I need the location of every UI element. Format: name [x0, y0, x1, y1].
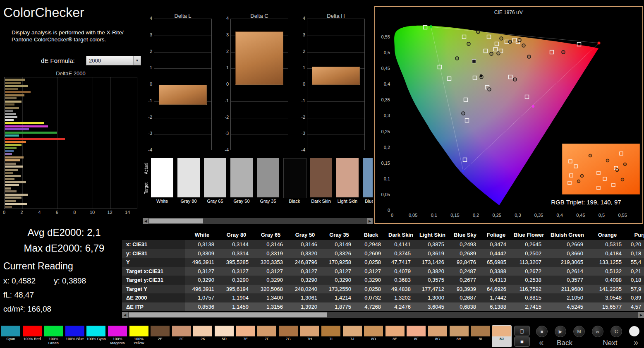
patch-button-cyan[interactable]: Cyan — [1, 325, 21, 347]
table-cell: 1,8775 — [322, 302, 356, 312]
patch-button-100-yellow[interactable]: 100% Yellow — [129, 325, 149, 347]
patch-swatch — [385, 326, 405, 336]
cie-y-tick: 0,35 — [376, 97, 390, 102]
table-cell: 0,3290 — [254, 276, 288, 285]
y-tick-label: 0 — [142, 82, 152, 86]
column-header: Foliage — [481, 230, 511, 240]
deltae-bar — [5, 94, 24, 96]
patch-button-100-magenta[interactable]: 100% Magenta — [108, 325, 127, 347]
cie-x-tick: 0,25 — [488, 213, 505, 218]
table-cell: 496,3911 — [185, 258, 219, 267]
table-cell: 0,20 — [627, 240, 644, 249]
meter-button[interactable]: M — [573, 326, 585, 337]
table-cell: 0,3127 — [219, 267, 254, 276]
patch-button-2f[interactable]: 2F — [172, 325, 192, 347]
table-cell: 0,0258 — [356, 258, 386, 267]
y-tick-label: -1 — [295, 98, 305, 103]
patch-button-7i[interactable]: 7I — [321, 325, 341, 347]
column-header: Orange — [588, 230, 627, 240]
table-cell: 0,3875 — [416, 240, 449, 249]
patch-button-7h[interactable]: 7H — [299, 325, 319, 347]
deltae-bar — [5, 119, 14, 121]
table-cell: 57,9 — [627, 285, 644, 294]
table-cell: 0,3577 — [546, 276, 588, 285]
patch-button-100-green[interactable]: 100% Green — [43, 325, 63, 347]
table-cell: 0,3290 — [219, 276, 254, 285]
x-tick-label: 4 — [35, 210, 44, 215]
y-tick-label: -4 — [295, 147, 305, 152]
patch-swatch — [450, 326, 469, 336]
back-button[interactable]: Back — [548, 339, 581, 347]
table-cell: 0,3290 — [322, 276, 356, 285]
actual-row-label: Actual — [143, 159, 149, 178]
patch-button-8i[interactable]: 8I — [470, 325, 490, 347]
patch-label: Gray 35 — [255, 199, 281, 204]
description: Display analysis is performed with the X… — [12, 29, 145, 43]
cie-y-tick: 0,2 — [376, 145, 390, 150]
patch-button-7f[interactable]: 7F — [257, 325, 277, 347]
patch-button-100-cyan[interactable]: 100% Cyan — [86, 325, 106, 347]
scroll-left-arrow[interactable]: ◀ — [122, 312, 128, 318]
patch-button-100-red[interactable]: 100% Red — [22, 325, 42, 347]
patch-button-8j[interactable]: 8J — [492, 325, 512, 347]
measured-marker-circle — [527, 55, 531, 58]
color-patch — [310, 158, 332, 197]
table-cell: 0,3127 — [322, 267, 356, 276]
continuous-read-button[interactable]: ∞ — [592, 326, 603, 337]
scroll-left-arrow[interactable]: ◀ — [143, 218, 148, 224]
patch-button-8d[interactable]: 8D — [364, 325, 383, 347]
pattern-window-button[interactable]: ▢ — [514, 326, 530, 336]
y-tick-label: -4 — [142, 147, 152, 152]
x-tick-label: 6 — [53, 210, 62, 215]
refresh-button[interactable]: C — [610, 326, 622, 337]
patch-button-2e[interactable]: 2E — [150, 325, 170, 347]
next-arrow-icon[interactable]: » — [634, 338, 638, 347]
patch-button-2k[interactable]: 2K — [193, 325, 213, 347]
de-formula-select[interactable]: 2000 ▼ — [86, 56, 141, 65]
scroll-right-arrow[interactable]: ▶ — [367, 218, 373, 224]
measured-marker-circle — [488, 88, 491, 91]
patch-button-7g[interactable]: 7G — [278, 325, 298, 347]
scroll-right-arrow[interactable]: ▶ — [638, 312, 644, 318]
back-arrow-icon[interactable]: « — [539, 338, 543, 347]
patch-button-8h[interactable]: 8H — [449, 325, 469, 347]
patch-button-7j[interactable]: 7J — [342, 325, 362, 347]
patch-button-100-blue[interactable]: 100% Blue — [65, 325, 85, 347]
table-cell: 0,5132 — [588, 267, 627, 276]
deltae-bar — [5, 194, 28, 196]
grid-line — [307, 85, 364, 85]
patch-button-8e[interactable]: 8E — [385, 325, 405, 347]
table-cell: 0,3575 — [416, 276, 449, 285]
deltae-bar — [5, 159, 20, 161]
deltae-bar — [5, 125, 48, 127]
table-cell: 0,3314 — [219, 249, 254, 258]
column-header: Gray 65 — [254, 230, 288, 240]
chevron-down-icon[interactable]: ▼ — [133, 56, 141, 65]
table-cell: 0,3309 — [185, 249, 219, 258]
patch-button-8f[interactable]: 8F — [406, 325, 426, 347]
deltae-bar — [5, 113, 16, 115]
scroll-thumb[interactable] — [129, 312, 327, 317]
swatch-scrollbar[interactable]: ◀▶ — [143, 218, 373, 224]
delta-value-bar — [159, 85, 207, 105]
table-cell: 0,2538 — [511, 276, 546, 285]
next-button[interactable]: Next — [594, 339, 627, 347]
inset-measured-circle — [606, 159, 609, 162]
y-tick-label: 2 — [219, 49, 229, 54]
patch-button-8g[interactable]: 8G — [428, 325, 448, 347]
red-primary-dot — [598, 42, 601, 45]
patch-button-5d[interactable]: 5D — [214, 325, 234, 347]
cie-x-tick: 0,05 — [405, 213, 421, 218]
deltae-bar — [5, 107, 19, 109]
table-cell: 173,2550 — [322, 285, 356, 294]
color-patch — [363, 158, 373, 197]
play-button[interactable]: ▶ — [555, 326, 566, 337]
pattern-solid-button[interactable]: ■ — [514, 336, 530, 347]
stop-button[interactable]: ■ — [536, 326, 548, 337]
table-cell: 0,3146 — [288, 240, 322, 249]
deltae-bar — [5, 150, 14, 152]
scroll-thumb[interactable] — [149, 218, 203, 223]
patch-button-7e[interactable]: 7E — [236, 325, 256, 347]
table-scrollbar[interactable]: ◀▶ — [122, 312, 644, 318]
table-cell: 0,3146 — [254, 240, 288, 249]
